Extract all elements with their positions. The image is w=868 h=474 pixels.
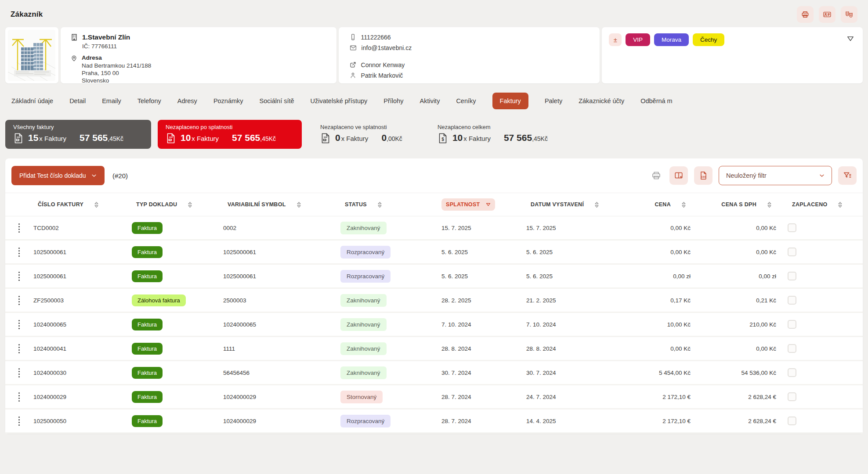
invoice-row[interactable]: 1024000030 Faktura 56456456 Zaknihovaný … [5, 361, 863, 385]
saved-filter-select[interactable]: Neuložený filtr [719, 166, 832, 185]
invoice-summary-row: Všechny faktury 15 x Faktury 57 565 ,45K… [0, 118, 868, 151]
column-header[interactable]: CENA [633, 198, 691, 211]
price: 0,00 Kč [670, 249, 691, 255]
due-date: 5. 6. 2025 [441, 273, 468, 280]
invoice-row[interactable]: 1025000061 Faktura 1025000061 Rozpracova… [5, 241, 863, 265]
column-header[interactable]: SPLATNOST [441, 198, 526, 211]
customer-tag[interactable]: VIP [626, 33, 650, 46]
row-actions-icon[interactable] [17, 318, 22, 331]
column-header[interactable]: ČÍSLO FAKTURY [33, 198, 132, 211]
add-tag-button[interactable]: ± [609, 33, 622, 46]
column-header[interactable]: DATUM VYSTAVENÍ [526, 198, 633, 211]
invoice-row[interactable]: TCD0002 Faktura 0002 Zaknihovaný 15. 7. … [5, 216, 863, 241]
doc-type-badge: Faktura [132, 270, 163, 282]
due-date: 28. 2. 2025 [441, 297, 471, 304]
summary-amount: 57 565 [504, 133, 532, 143]
summary-unpaid-due[interactable]: Nezaplaceno ve splatnosti 0 x Faktury 0 … [316, 120, 407, 149]
paid-checkbox[interactable] [788, 368, 796, 377]
summary-amount: 57 565 [232, 133, 260, 143]
tab[interactable]: Poznámky [213, 97, 243, 104]
column-header[interactable]: VARIABILNÍ SYMBOL [223, 198, 340, 211]
columns-settings-button[interactable] [669, 166, 688, 185]
tab[interactable]: Přílohy [383, 97, 403, 104]
tab[interactable]: Zákaznické účty [579, 97, 624, 104]
issue-date: 21. 2. 2025 [526, 297, 556, 304]
paid-checkbox[interactable] [788, 272, 796, 280]
variable-symbol: 2500003 [223, 297, 246, 304]
status-badge: Zaknihovaný [340, 222, 387, 234]
sort-icon [377, 201, 382, 208]
customer-tag[interactable]: Čechy [693, 33, 724, 46]
tab[interactable]: Základní údaje [11, 97, 53, 104]
print-list-button[interactable] [649, 169, 663, 183]
row-actions-icon[interactable] [17, 222, 22, 234]
filter-button[interactable] [838, 166, 857, 185]
tab[interactable]: Telefony [137, 97, 161, 104]
due-date: 5. 6. 2025 [441, 249, 468, 255]
sort-icon [188, 201, 192, 208]
price: 2 172,10 € [662, 418, 691, 424]
row-actions-icon[interactable] [17, 415, 22, 427]
print-button[interactable] [797, 6, 814, 23]
column-header[interactable]: ZAPLACENO [776, 198, 860, 211]
row-actions-icon[interactable] [17, 342, 22, 355]
phone-icon [349, 33, 357, 41]
row-actions-icon[interactable] [17, 246, 22, 259]
doc-type-badge: Faktura [132, 343, 163, 355]
tab[interactable]: Faktury [492, 93, 528, 109]
summary-unpaid-overdue[interactable]: Nezaplaceno po splatnosti 10 x Faktury 5… [158, 120, 302, 149]
tags-card: ± VIP Morava Čechy [602, 27, 863, 83]
tab[interactable]: Detail [69, 97, 86, 104]
invoice-row[interactable]: 1025000061 Faktura 1025000061 Rozpracova… [5, 265, 863, 289]
price: 0,00 Kč [670, 225, 691, 231]
tab[interactable]: Odběrná m [640, 97, 673, 104]
summary-all-invoices[interactable]: Všechny faktury 15 x Faktury 57 565 ,45K… [5, 120, 151, 149]
contacts-card: 111222666 info@1stavebni.cz Connor Kenwa… [339, 27, 600, 83]
paid-checkbox[interactable] [788, 296, 796, 305]
summary-unpaid-total[interactable]: Nezaplaceno celkem $ 10 x Faktury 57 565… [433, 120, 552, 149]
paid-checkbox[interactable] [788, 417, 796, 425]
sort-icon [681, 201, 686, 208]
address-street: Nad Bertramkou 2141/188 [82, 62, 151, 69]
tab[interactable]: Aktivity [420, 97, 440, 104]
column-header[interactable]: CENA S DPH [691, 198, 776, 211]
paid-checkbox[interactable] [788, 223, 796, 232]
due-date: 28. 7. 2024 [441, 418, 471, 424]
invoice-number: 1025000061 [33, 249, 66, 255]
tab[interactable]: Adresy [177, 97, 197, 104]
invoice-row[interactable]: ZF2500003 Zálohová faktura 2500003 Zakni… [5, 289, 863, 313]
customer-tag[interactable]: Morava [654, 33, 689, 46]
contact-link-row[interactable]: Connor Kenway [349, 61, 590, 68]
add-invoice-button[interactable]: Přidat Test číslo dokladu [11, 166, 105, 185]
export-csv-button[interactable]: CSV [694, 166, 712, 185]
tab[interactable]: Emaily [102, 97, 121, 104]
tab[interactable]: Ceníky [456, 97, 476, 104]
invoice-row[interactable]: 1024000065 Faktura 1024000065 Zaknihovan… [5, 313, 863, 337]
invoice-number: 1025000050 [33, 418, 66, 424]
price-with-vat: 2 628,24 € [748, 394, 776, 400]
expand-triangle-icon[interactable] [846, 34, 855, 43]
tab[interactable]: Uživatelské přístupy [311, 97, 368, 104]
price-with-vat: 0,00 Kč [756, 345, 776, 352]
row-actions-icon[interactable] [17, 294, 22, 307]
column-header[interactable]: TYP DOKLADU [132, 198, 223, 211]
contact-card-button[interactable] [819, 6, 835, 23]
paid-checkbox[interactable] [788, 392, 796, 401]
row-actions-icon[interactable] [17, 270, 22, 283]
row-actions-icon[interactable] [17, 366, 22, 379]
tab[interactable]: Palety [545, 97, 562, 104]
invoice-row[interactable]: 1025000050 Faktura 1024000029 Rozpracova… [5, 409, 863, 434]
paid-checkbox[interactable] [788, 320, 796, 329]
paid-checkbox[interactable] [788, 344, 796, 353]
row-actions-icon[interactable] [17, 391, 22, 403]
price: 0,00 Kč [670, 345, 691, 352]
column-header[interactable]: STATUS [340, 198, 441, 211]
address-country: Slovensko [82, 77, 151, 84]
variable-symbol: 1024000065 [223, 321, 256, 328]
invoice-row[interactable]: 1024000041 Faktura 1111 Zaknihovaný 28. … [5, 337, 863, 361]
invoice-row[interactable]: 1024000029 Faktura 1024000029 Stornovaný… [5, 385, 863, 409]
tab[interactable]: Sociální sítě [260, 97, 294, 104]
issue-date: 15. 7. 2025 [526, 225, 556, 231]
roles-button[interactable] [841, 6, 857, 23]
paid-checkbox[interactable] [788, 248, 796, 256]
